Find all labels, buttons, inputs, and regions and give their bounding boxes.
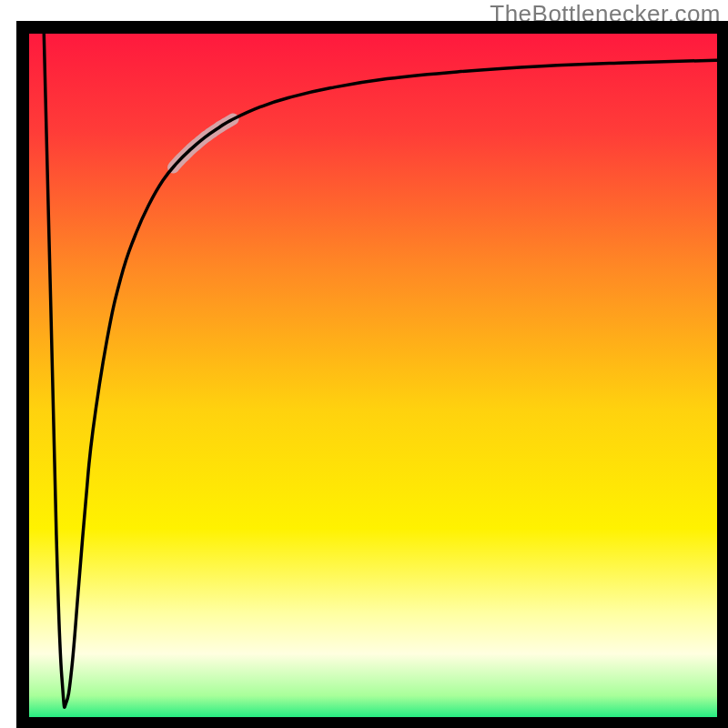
plot-area [23, 27, 723, 723]
chart-frame: TheBottlenecker.com [0, 0, 728, 728]
bottleneck-chart [0, 0, 728, 728]
gradient-background [23, 27, 723, 723]
